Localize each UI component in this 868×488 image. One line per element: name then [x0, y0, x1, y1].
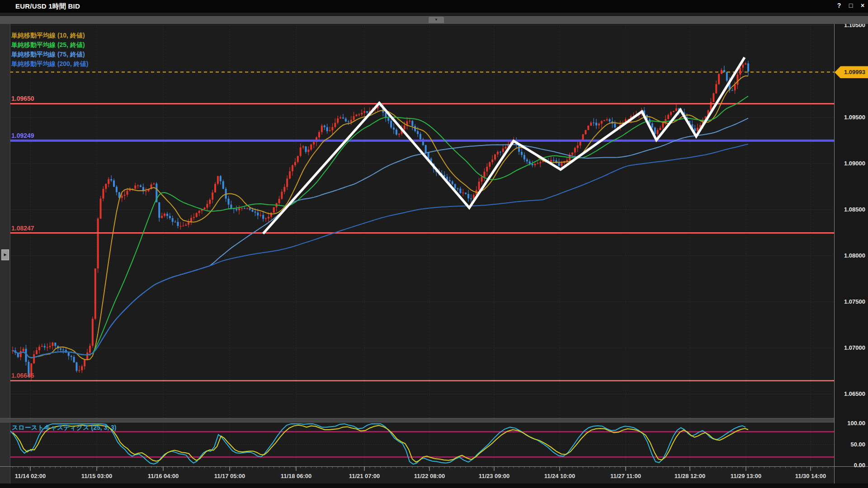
chevron-down-icon: ▼ — [434, 18, 438, 22]
hline-label: 1.06645 — [11, 372, 34, 379]
x-axis-label: 11/17 05:00 — [205, 473, 255, 479]
x-axis-label: 11/21 07:00 — [340, 473, 389, 479]
hline-label: 1.09249 — [11, 132, 34, 139]
x-axis-label: 11/28 12:00 — [665, 473, 715, 479]
legend-sma10: 単純移動平均線 (10, 終値) — [11, 31, 88, 40]
price-axis-label: 1.06500 — [836, 390, 865, 397]
x-axis-label: 11/24 10:00 — [535, 473, 585, 479]
price-axis-label: 1.09500 — [836, 114, 865, 121]
x-axis[interactable]: 11/14 02:0011/15 03:0011/16 04:0011/17 0… — [10, 472, 834, 483]
x-axis-line — [0, 466, 868, 467]
x-axis-label: 11/30 14:00 — [786, 473, 834, 479]
current-price-tag: 1.09993 — [835, 66, 868, 78]
price-axis-label: 1.08500 — [836, 206, 865, 213]
legend-sma25: 単純移動平均線 (25, 終値) — [11, 40, 88, 50]
expand-panel-button[interactable]: ▶ — [1, 249, 9, 260]
panel-separator[interactable] — [0, 418, 834, 422]
restore-window-icon[interactable]: □ — [846, 2, 855, 9]
stoch-axis-label: 0.00 — [836, 462, 865, 469]
hline-label: 1.08247 — [11, 225, 34, 232]
stochastic-legend: スローストキャスティクス (25, 3, 3) — [12, 424, 117, 432]
price-axis-label: 1.08000 — [836, 252, 865, 259]
x-axis-label: 11/29 13:00 — [721, 473, 771, 479]
collapse-panel-button[interactable]: ▼ — [429, 17, 444, 23]
chart-canvas[interactable] — [0, 0, 868, 488]
legend-sma200: 単純移動平均線 (200, 終値) — [11, 59, 88, 69]
horizontal-scrollbar[interactable] — [0, 483, 868, 488]
title-bar: EUR/USD 1時間 BID ? □ × — [0, 0, 868, 13]
legend-sma75: 単純移動平均線 (75, 終値) — [11, 50, 88, 59]
price-axis-label: 1.07500 — [836, 298, 865, 305]
window-title: EUR/USD 1時間 BID — [15, 2, 80, 11]
x-axis-label: 11/27 11:00 — [601, 473, 651, 479]
price-axis-label: 1.09000 — [836, 160, 865, 167]
trading-app-window: { "window": { "title": "EUR/USD 1時間 BID"… — [0, 0, 868, 488]
x-axis-label: 11/14 02:00 — [10, 473, 55, 479]
x-axis-label: 11/15 03:00 — [72, 473, 122, 479]
toolbar-spacer — [0, 13, 868, 16]
indicator-legend: 単純移動平均線 (10, 終値) 単純移動平均線 (25, 終値) 単純移動平均… — [11, 31, 88, 69]
stoch-axis-label: 100.00 — [836, 420, 865, 427]
x-axis-label: 11/16 04:00 — [138, 473, 188, 479]
hline-label: 1.09650 — [11, 95, 34, 102]
close-icon[interactable]: × — [858, 2, 867, 9]
x-axis-label: 11/23 09:00 — [469, 473, 519, 479]
chevron-right-icon: ▶ — [4, 253, 6, 257]
help-button[interactable]: ? — [835, 2, 844, 9]
price-axis-label: 1.07000 — [836, 344, 865, 351]
x-axis-label: 11/18 06:00 — [271, 473, 321, 479]
stoch-axis-label: 50.00 — [836, 441, 865, 448]
x-axis-label: 11/22 08:00 — [405, 473, 454, 479]
